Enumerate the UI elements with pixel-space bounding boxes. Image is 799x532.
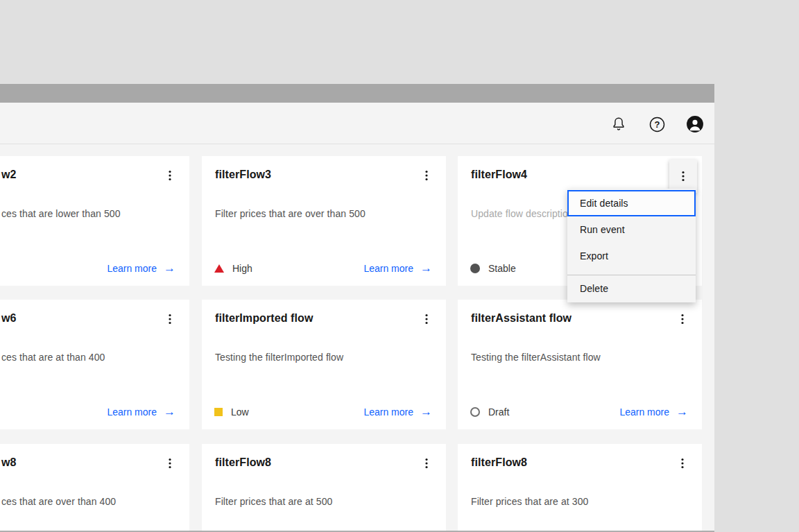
flow-card: filterImported flowTesting the filterImp… xyxy=(202,300,446,429)
help-icon[interactable]: ? xyxy=(648,115,666,133)
svg-text:?: ? xyxy=(654,119,660,129)
arrow-right-icon: → xyxy=(676,407,688,417)
menu-item-run-event[interactable]: Run event xyxy=(567,216,696,243)
flow-card: w8ces that are over than 400 xyxy=(0,444,189,532)
overflow-menu-icon[interactable] xyxy=(415,308,438,330)
flow-card-description: Filter prices that are at 300 xyxy=(471,496,588,507)
flow-card: filterFlow8Filter prices that are at 300 xyxy=(458,444,702,532)
flow-card-title: filterFlow4 xyxy=(471,169,527,181)
flow-card-description: Filter prices that are over than 500 xyxy=(215,208,366,219)
flow-card-description: Update flow description xyxy=(471,208,574,219)
status-label: Stable xyxy=(488,263,516,274)
learn-more-link[interactable]: Learn more→ xyxy=(619,406,688,418)
app-window: ? w2ces that are lower than 500Learn mor… xyxy=(0,84,714,532)
flow-card-description: ces that are at than 400 xyxy=(1,352,105,363)
flow-card-description: Filter prices that are at 500 xyxy=(215,496,332,507)
overflow-menu-icon[interactable] xyxy=(159,308,181,330)
flow-card-title: filterFlow8 xyxy=(471,456,527,469)
flow-card-description: ces that are lower than 500 xyxy=(1,208,121,219)
flow-card-title: w2 xyxy=(1,169,17,181)
flow-card: w6ces that are at than 400Learn more→ xyxy=(0,300,189,429)
flow-card: filterFlow3Filter prices that are over t… xyxy=(202,156,446,286)
arrow-right-icon: → xyxy=(420,264,432,273)
status-label: Draft xyxy=(488,406,509,418)
flow-card-title: filterImported flow xyxy=(215,312,313,325)
learn-more-label: Learn more xyxy=(619,406,669,418)
status-badge: Stable xyxy=(470,263,516,274)
arrow-right-icon: → xyxy=(164,407,175,417)
flow-card-title: filterFlow3 xyxy=(215,169,271,181)
learn-more-link[interactable]: Learn more→ xyxy=(107,263,175,274)
window-titlebar[interactable] xyxy=(0,84,714,103)
card-context-menu: Edit detailsRun eventExportDelete xyxy=(567,189,696,302)
flow-card-title: filterFlow8 xyxy=(215,456,271,469)
menu-item-export[interactable]: Export xyxy=(567,243,696,269)
flow-card: filterFlow8Filter prices that are at 500 xyxy=(202,444,446,532)
learn-more-label: Learn more xyxy=(107,406,157,418)
flow-card-footer: Learn more→ xyxy=(1,260,175,277)
status-badge: Low xyxy=(214,406,249,418)
status-badge: Draft xyxy=(470,406,509,418)
flow-card-footer: Learn more→ xyxy=(1,404,175,420)
flow-card-title: filterAssistant flow xyxy=(471,312,572,325)
flow-card-description: Testing the filterAssistant flow xyxy=(471,352,601,363)
flow-card: filterAssistant flowTesting the filterAs… xyxy=(458,300,702,429)
learn-more-link[interactable]: Learn more→ xyxy=(107,406,175,418)
menu-item-edit-details[interactable]: Edit details xyxy=(567,190,696,216)
learn-more-label: Learn more xyxy=(363,406,413,418)
learn-more-label: Learn more xyxy=(107,263,157,274)
flow-card-title: w6 xyxy=(1,312,17,325)
app-header: ? xyxy=(0,103,714,144)
overflow-menu-icon[interactable] xyxy=(415,164,438,187)
arrow-right-icon: → xyxy=(164,264,175,273)
flow-card-title: w8 xyxy=(1,456,17,469)
desktop: { "colors": { "accent_blue": "#0f62fe", … xyxy=(0,0,799,532)
overflow-menu-icon[interactable] xyxy=(671,452,694,474)
status-draft-icon xyxy=(470,407,480,417)
status-low-icon xyxy=(214,408,223,416)
status-high-icon xyxy=(214,264,224,273)
status-badge: High xyxy=(214,263,252,274)
overflow-menu-icon[interactable] xyxy=(415,452,438,474)
notifications-bell-icon[interactable] xyxy=(610,115,628,133)
overflow-menu-icon[interactable] xyxy=(669,160,697,193)
flow-card-description: Testing the filterImported flow xyxy=(215,352,343,363)
flow-card-footer: LowLearn more→ xyxy=(214,404,432,420)
flow-card-footer: DraftLearn more→ xyxy=(470,404,688,420)
learn-more-link[interactable]: Learn more→ xyxy=(363,406,432,418)
flow-card-description: ces that are over than 400 xyxy=(1,496,116,507)
arrow-right-icon: → xyxy=(420,407,432,417)
status-label: High xyxy=(232,263,252,274)
learn-more-link[interactable]: Learn more→ xyxy=(363,263,432,274)
flow-card: w2ces that are lower than 500Learn more→ xyxy=(0,156,189,286)
learn-more-label: Learn more xyxy=(363,263,413,274)
overflow-menu-icon[interactable] xyxy=(671,308,694,330)
status-stable-icon xyxy=(470,264,480,273)
user-avatar-icon[interactable] xyxy=(686,115,704,133)
status-label: Low xyxy=(231,406,249,418)
menu-item-delete[interactable]: Delete xyxy=(567,275,696,302)
flow-card-footer: HighLearn more→ xyxy=(214,260,432,277)
flows-grid: w2ces that are lower than 500Learn more→… xyxy=(0,84,714,532)
overflow-menu-icon[interactable] xyxy=(159,164,181,187)
overflow-menu-icon[interactable] xyxy=(159,452,181,474)
